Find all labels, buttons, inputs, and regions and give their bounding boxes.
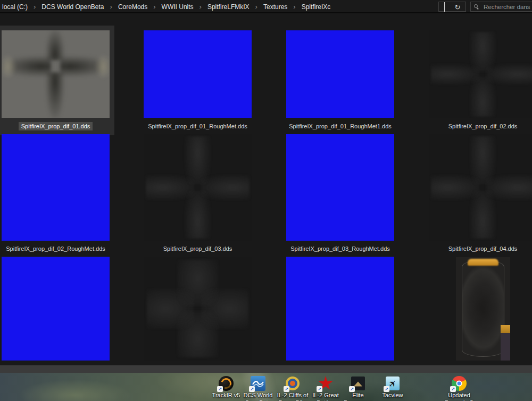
blade-glow <box>2 54 16 79</box>
file-tile[interactable]: SpitfireIX_prop_dif_blur0.dds <box>429 257 532 365</box>
breadcrumb: local (C:)›DCS World OpenBeta›CoreMods›W… <box>1 0 331 13</box>
breadcrumb-item[interactable]: SpitfireLFMkIX <box>206 3 251 11</box>
file-name: SpitfireIX_prop_dif_01_RoughMet1.dds <box>286 122 394 130</box>
breadcrumb-item[interactable]: Textures <box>262 3 288 11</box>
breadcrumb-item[interactable]: DCS World OpenBeta <box>40 3 105 11</box>
file-name: SpitfireIX_prop_dif_01_RoughMet.dds <box>145 122 250 130</box>
shortcut-arrow-icon <box>384 386 389 392</box>
address-bar: local (C:)›DCS World OpenBeta›CoreMods›W… <box>0 0 532 13</box>
file-tile[interactable]: SpitfireIX_prop_dif_05_RoughMet.dds <box>286 257 394 365</box>
file-thumbnail <box>429 257 532 361</box>
file-tile[interactable]: SpitfireIX_prop_dif_04_RoughMet.dds <box>2 257 110 365</box>
prop-blade <box>486 175 532 200</box>
search-icon <box>474 4 479 10</box>
breadcrumb-separator: › <box>200 1 202 13</box>
prop-blade <box>431 175 479 200</box>
breadcrumb-item[interactable]: local (C:) <box>1 3 29 11</box>
shortcut-arrow-icon <box>450 386 456 392</box>
chevron-down-icon <box>444 2 445 12</box>
search-input[interactable] <box>484 4 532 10</box>
shortcut-arrow-icon <box>349 386 355 392</box>
file-thumbnail <box>2 30 110 118</box>
dcs-icon <box>250 375 266 391</box>
file-name-row: SpitfireIX_prop_dif_01_RoughMet.dds <box>144 121 252 130</box>
blade-strip <box>501 325 510 361</box>
prop-blade <box>201 289 248 328</box>
file-name: SpitfireIX_prop_dif_02.dds <box>446 122 520 130</box>
prop-blade <box>201 175 250 200</box>
file-tile[interactable]: SpitfireIX_prop_dif_05.dds <box>144 257 252 365</box>
desktop-icon-tacview[interactable]: Tacview <box>371 375 414 399</box>
prop-blade <box>486 64 532 85</box>
breadcrumb-item[interactable]: WWII Units <box>161 3 195 11</box>
file-name-row: SpitfireIX_prop_dif_03_RoughMet.dds <box>286 243 394 253</box>
file-tile[interactable]: SpitfireIX_prop_dif_04.dds <box>429 134 532 253</box>
file-thumbnail <box>429 30 532 118</box>
strip-tip <box>501 325 510 333</box>
prop-blade <box>46 72 64 118</box>
file-tile[interactable]: SpitfireIX_prop_dif_01.dds <box>2 30 110 130</box>
file-thumbnail <box>2 134 110 241</box>
file-tile[interactable]: SpitfireIX_prop_dif_01_RoughMet.dds <box>144 30 252 130</box>
address-controls <box>438 2 466 12</box>
file-thumbnail <box>429 134 532 241</box>
blade-glow <box>95 54 110 79</box>
blade-tip <box>468 259 498 266</box>
desktop: TrackIR v5DCS WorldOpenBetaIL-2 Cliffs o… <box>0 373 532 401</box>
breadcrumb-separator: › <box>153 1 155 13</box>
file-thumbnail <box>144 134 252 241</box>
breadcrumb-separator: › <box>34 1 36 13</box>
prop-blade <box>431 64 479 85</box>
file-name: SpitfireIX_prop_dif_03_RoughMet.dds <box>288 244 393 253</box>
file-thumbnail <box>144 30 252 118</box>
elite-icon <box>350 375 366 391</box>
file-name: SpitfireIX_prop_dif_04.dds <box>446 244 520 253</box>
history-dropdown-button[interactable] <box>444 2 445 12</box>
il2-gb-icon <box>318 375 334 391</box>
shortcut-arrow-icon <box>284 386 289 392</box>
refresh-icon <box>455 2 461 11</box>
file-name: SpitfireIX_prop_dif_02_RoughMet.dds <box>3 244 108 253</box>
prop-blade <box>147 289 194 328</box>
file-tile[interactable]: SpitfireIX_prop_dif_03_RoughMet.dds <box>286 134 394 253</box>
desktop-icon-chrome[interactable]: UpdatedDynamic C <box>438 375 480 401</box>
prop-blade <box>146 175 194 200</box>
file-name-row: SpitfireIX_prop_dif_02_RoughMet.dds <box>2 243 110 253</box>
file-thumbnail <box>286 30 394 118</box>
desktop-icon-label: Tacview <box>371 392 414 399</box>
breadcrumb-item[interactable]: SpitfireIXc <box>301 3 332 11</box>
file-tile[interactable]: SpitfireIX_prop_dif_03.dds <box>144 134 252 253</box>
il2-clod-icon <box>285 375 301 391</box>
trackir-icon <box>218 375 234 391</box>
breadcrumb-item[interactable]: CoreMods <box>117 3 148 11</box>
file-tile[interactable]: SpitfireIX_prop_dif_02.dds <box>429 30 532 130</box>
file-thumbnail <box>2 257 110 361</box>
file-name-row: SpitfireIX_prop_dif_04.dds <box>429 243 532 253</box>
file-thumbnail <box>144 257 252 361</box>
file-name-row: SpitfireIX_prop_dif_01.dds <box>2 121 110 130</box>
file-name-row: SpitfireIX_prop_dif_03.dds <box>144 243 252 253</box>
breadcrumb-separator: › <box>110 1 112 13</box>
file-thumbnail <box>286 134 394 241</box>
tacview-icon <box>385 375 401 391</box>
propeller-blade <box>462 260 504 357</box>
file-name-row: SpitfireIX_prop_dif_01_RoughMet1.dds <box>286 121 394 130</box>
chrome-icon <box>451 375 467 391</box>
file-tile[interactable]: SpitfireIX_prop_dif_01_RoughMet1.dds <box>286 30 394 130</box>
file-grid: SpitfireIX_prop_dif_01.ddsSpitfireIX_pro… <box>0 13 532 365</box>
file-name-row: SpitfireIX_prop_dif_02.dds <box>429 121 532 130</box>
file-name: SpitfireIX_prop_dif_01.dds <box>19 122 93 130</box>
shortcut-arrow-icon <box>217 386 223 392</box>
shortcut-arrow-icon <box>249 386 255 392</box>
blade-image <box>456 257 510 361</box>
explorer-window: local (C:)›DCS World OpenBeta›CoreMods›W… <box>0 0 532 401</box>
shortcut-arrow-icon <box>317 386 322 392</box>
search-box <box>470 2 532 12</box>
file-thumbnail <box>286 257 394 361</box>
breadcrumb-separator: › <box>293 1 295 13</box>
file-name: SpitfireIX_prop_dif_03.dds <box>161 244 235 253</box>
desktop-icon-label: Updated <box>438 392 480 399</box>
refresh-button[interactable] <box>455 2 461 12</box>
status-bar <box>0 365 532 373</box>
file-tile[interactable]: SpitfireIX_prop_dif_02_RoughMet.dds <box>2 134 110 253</box>
